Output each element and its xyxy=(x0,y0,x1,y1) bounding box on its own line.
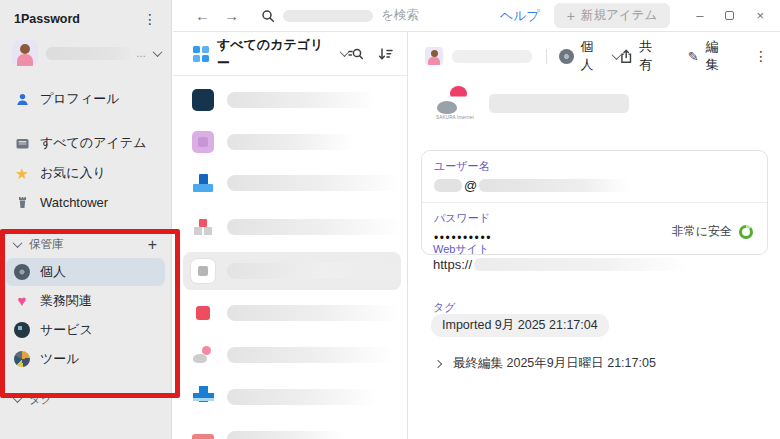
sidebar-item-all-items[interactable]: すべてのアイテム xyxy=(0,128,171,158)
star-icon: ★ xyxy=(14,165,30,181)
vault-item-business[interactable]: ♥ 業務関連 xyxy=(6,287,165,315)
username-redacted xyxy=(434,179,462,192)
last-edited-label: 最終編集 2025年9月日曜日 21:17:05 xyxy=(453,355,656,372)
tags-section-header[interactable]: タグ xyxy=(0,385,171,412)
sidebar-item-label: プロフィール xyxy=(40,90,120,108)
vault-item-services[interactable]: サービス xyxy=(6,316,165,344)
forward-arrow-icon[interactable]: → xyxy=(224,7,239,24)
item-icon xyxy=(191,130,215,154)
tag-chip[interactable]: Imported 9月 2025 21:17:04 xyxy=(431,314,609,337)
item-title-redacted xyxy=(227,134,355,150)
item-icon xyxy=(191,215,215,239)
vault-selector[interactable]: 個人 xyxy=(559,38,620,74)
last-edited-row[interactable]: 最終編集 2025年9月日曜日 21:17:05 xyxy=(435,355,656,372)
sidebar-menu-icon[interactable]: ⋮ xyxy=(143,14,157,24)
vault-item-personal[interactable]: 個人 xyxy=(6,258,165,286)
list-item[interactable] xyxy=(183,164,401,202)
vault-item-label: サービス xyxy=(40,321,93,339)
share-button[interactable]: 共有 xyxy=(620,38,664,74)
search-input[interactable]: を検索 xyxy=(261,7,419,24)
list-item[interactable] xyxy=(183,378,401,416)
watchtower-icon xyxy=(14,194,30,210)
back-arrow-icon[interactable]: ← xyxy=(195,7,210,24)
pencil-icon: ✎ xyxy=(688,49,699,64)
vaults-section-header[interactable]: 保管庫 + xyxy=(0,230,171,257)
new-item-label: 新規アイテム xyxy=(581,7,657,24)
strength-label: 非常に安全 xyxy=(672,223,732,240)
chevron-right-icon xyxy=(434,359,442,367)
personal-vault-icon xyxy=(14,264,30,280)
item-icon xyxy=(191,385,215,409)
close-button[interactable]: × xyxy=(756,8,764,23)
item-icon xyxy=(191,171,215,195)
logo-caption: SAKURA Internet xyxy=(433,115,477,120)
list-item[interactable] xyxy=(183,336,401,374)
item-list xyxy=(173,76,407,439)
account-switcher[interactable]: … xyxy=(12,40,161,66)
sidebar: 1Password ⋮ … プロフィール すべてのアイテム xyxy=(0,0,172,439)
services-vault-icon xyxy=(14,322,30,338)
item-logo-sakura-internet: SAKURA Internet xyxy=(433,86,477,120)
item-title-redacted xyxy=(227,219,401,235)
sidebar-item-favorites[interactable]: ★ お気に入り xyxy=(0,158,171,188)
profile-person-icon xyxy=(14,91,30,107)
sidebar-item-profile[interactable]: プロフィール xyxy=(0,84,171,114)
item-title-redacted xyxy=(227,305,401,321)
item-title-redacted xyxy=(227,389,377,405)
website-field[interactable]: https:// xyxy=(433,257,689,272)
username-redacted xyxy=(479,179,629,192)
chevron-down-icon xyxy=(13,393,23,403)
item-title-redacted xyxy=(489,94,629,113)
sidebar-item-label: お気に入り xyxy=(40,164,106,182)
item-title-redacted xyxy=(227,347,393,363)
vault-icon xyxy=(559,49,573,64)
share-label: 共有 xyxy=(639,38,664,74)
account-name-redacted xyxy=(46,47,132,60)
list-item[interactable] xyxy=(183,208,401,246)
item-detail-panel: 個人 共有 ✎ 編集 ⋮ SAKURA Internet ユ xyxy=(409,32,780,439)
top-toolbar: ← → を検索 ヘルプ + 新規アイテム – × xyxy=(173,0,780,32)
item-more-menu-icon[interactable]: ⋮ xyxy=(754,51,768,61)
new-item-button[interactable]: + 新規アイテム xyxy=(554,3,670,28)
account-avatar xyxy=(12,40,38,66)
item-icon xyxy=(191,343,215,367)
list-item[interactable] xyxy=(183,420,401,439)
sidebar-item-label: すべてのアイテム xyxy=(40,134,146,152)
vault-item-tools[interactable]: ツール xyxy=(6,345,165,373)
sort-order-icon[interactable] xyxy=(378,47,393,61)
username-field[interactable]: ユーザー名 @ xyxy=(422,151,767,202)
item-icon xyxy=(191,301,215,325)
vault-selector-label: 個人 xyxy=(581,38,606,74)
edit-button[interactable]: ✎ 編集 xyxy=(688,38,730,74)
all-items-icon xyxy=(14,135,30,151)
website-label: Webサイト xyxy=(433,242,489,257)
sidebar-item-label: Watchtower xyxy=(40,195,108,210)
item-owner-name-redacted xyxy=(452,50,532,63)
item-icon xyxy=(191,427,215,439)
categories-grid-icon xyxy=(193,46,208,61)
help-link[interactable]: ヘルプ xyxy=(500,7,540,25)
search-icon xyxy=(261,9,275,23)
list-item[interactable] xyxy=(183,294,401,332)
list-item[interactable] xyxy=(183,123,401,161)
list-header: すべてのカテゴリー xyxy=(173,32,407,76)
item-owner-avatar xyxy=(425,47,443,65)
item-title-redacted xyxy=(227,431,345,439)
list-item-selected[interactable] xyxy=(183,252,401,290)
list-item[interactable] xyxy=(183,81,401,119)
maximize-button[interactable] xyxy=(725,11,734,20)
minimize-button[interactable]: – xyxy=(696,8,703,23)
category-selector-label: すべてのカテゴリー xyxy=(217,36,331,72)
edit-label: 編集 xyxy=(706,38,730,74)
filter-search-icon[interactable] xyxy=(348,47,364,61)
credentials-card: ユーザー名 @ パスワード •••••••••• 非常に安全 xyxy=(421,150,768,255)
account-name-ellipsis: … xyxy=(136,48,146,59)
divider xyxy=(546,49,547,64)
add-vault-button[interactable]: + xyxy=(148,239,157,251)
website-url-redacted xyxy=(474,258,689,271)
chevron-down-icon xyxy=(13,238,23,248)
sidebar-item-watchtower[interactable]: Watchtower xyxy=(0,188,171,216)
username-label: ユーザー名 xyxy=(434,159,755,174)
chevron-down-icon xyxy=(153,47,163,57)
tools-vault-icon xyxy=(14,351,30,367)
